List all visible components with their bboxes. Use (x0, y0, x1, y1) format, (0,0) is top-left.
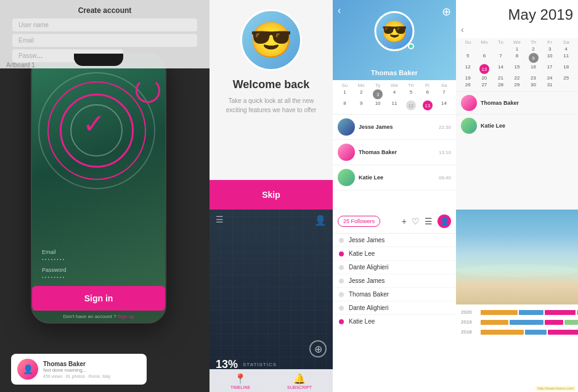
phone-frame: ✓ Email •••••••• Password •••••••• Sign … (31, 52, 166, 324)
map-nav-timeline[interactable]: 📍 TIMELINE (230, 373, 250, 390)
welcome-description: Take a quick look at all the new excitin… (210, 96, 333, 174)
followers-actions: + ♡ ☰ 👤 (402, 214, 451, 228)
followers-list: Jesse James Katie Lee Dante Alighieri Je… (333, 234, 456, 328)
signin-form: Email •••••••• Password •••••••• Sign in… (32, 243, 165, 322)
message-item[interactable]: Katie Lee 06:40 (333, 165, 456, 190)
msg-avatar-jesse (338, 118, 355, 136)
follower-status-dot (339, 238, 344, 243)
follower-status-dot (339, 319, 344, 324)
follower-item[interactable]: Jesse James (333, 234, 456, 247)
msg-profile-name: Thomas Baker (371, 69, 418, 76)
followers-person-button[interactable]: 👤 (438, 214, 451, 228)
calendar-panel: May 2019 ‹ SuMoTuWeThFrSa 1234 567891011… (456, 0, 578, 210)
follower-name: Thomas Baker (349, 291, 389, 298)
msg-name-katie: Katie Lee (359, 174, 435, 181)
profile-card-info: Thomas Baker Not done roaming... 450 vie… (43, 361, 110, 378)
profile-card-name: Thomas Baker (43, 361, 110, 367)
messages-panel: ‹ ⊕ 😎 Thomas Baker SuMoTyWeThFrSa 123456… (333, 0, 456, 210)
chart-row-2020: 2020 (461, 309, 573, 316)
chart-bar (545, 320, 563, 325)
chart-bar (564, 320, 578, 325)
calendar-today[interactable]: 9 (529, 53, 539, 63)
follower-item[interactable]: Dante Alighieri (333, 301, 456, 315)
artboard-label: Artboard 1 (6, 62, 35, 68)
calendar-grid: SuMoTuWeThFrSa 1234 567891011 1213141516… (456, 38, 578, 90)
follower-status-dot (339, 265, 344, 270)
cal-avatar-thomas (461, 95, 477, 111)
welcome-title: Welcome back (233, 78, 310, 91)
calendar-month-title: May 2019 (461, 6, 573, 23)
skip-button[interactable]: Skip (210, 180, 333, 210)
msg-name-thomas: Thomas Baker (359, 149, 435, 155)
cal-avatar-katie (461, 118, 477, 134)
cal-contact-thomas[interactable]: Thomas Baker (456, 92, 578, 115)
follower-item[interactable]: Katie Lee (333, 315, 456, 328)
follower-status-dot (339, 306, 344, 311)
signup-prompt: Don't have an account ? Sign up (32, 311, 165, 322)
follower-name: Dante Alighieri (349, 264, 388, 271)
ca-email-field[interactable]: Email (12, 34, 197, 47)
create-account-title: Create account (12, 6, 197, 15)
calendar-contacts: Thomas Baker Katie Lee (456, 91, 578, 137)
profile-card-status: Not done roaming... (43, 367, 110, 373)
calendar-back-button[interactable]: ‹ (461, 23, 573, 36)
password-field-group: Password •••••••• (42, 267, 155, 280)
map-panel: ☰ 👤 ⊕ 13% STATISTICS 📍 TIMELINE 🔔 SUBSCR… (210, 210, 333, 392)
chart-row-2019: 2019 (461, 319, 573, 325)
signup-link[interactable]: Sign up (118, 314, 134, 319)
follower-item[interactable]: Dante Alighieri (333, 261, 456, 274)
follower-name: Jesse James (349, 237, 385, 243)
msg-back-button[interactable]: ‹ (338, 5, 341, 16)
chart-year-label: 2020 (461, 309, 478, 315)
followers-panel: 25 Followers + ♡ ☰ 👤 Jesse James Katie L… (333, 210, 456, 392)
followers-add-button[interactable]: + (402, 216, 407, 226)
msg-avatar-katie (338, 169, 355, 186)
chart-panel: 2020 2019 2018 (456, 210, 578, 392)
followers-heart-button[interactable]: ♡ (412, 216, 420, 226)
password-value: •••••••• (42, 274, 155, 280)
password-label: Password (42, 267, 155, 273)
msg-calendar-mini: SuMoTyWeThFrSa 1234567 891011121314 (333, 80, 456, 114)
profile-card-stats: 450 views · 81 photos · Rome, Italy (43, 374, 110, 378)
signin-button[interactable]: Sign in (32, 286, 165, 311)
map-nav-subscript[interactable]: 🔔 SUBSCRIPT (287, 373, 312, 390)
message-item[interactable]: Jesse James 22:30 (333, 115, 456, 140)
welcome-panel: 😎 Welcome back Take a quick look at all … (210, 0, 333, 210)
chart-bar (545, 310, 576, 315)
followers-menu-button[interactable]: ☰ (425, 216, 433, 226)
subscript-label: SUBSCRIPT (287, 385, 312, 390)
cal-name-katie: Katie Lee (481, 123, 505, 129)
msg-plus-button[interactable]: ⊕ (442, 5, 451, 18)
followers-header: 25 Followers + ♡ ☰ 👤 (333, 210, 456, 234)
calendar-selected[interactable]: 13 (479, 64, 489, 74)
map-menu-icon[interactable]: ☰ (216, 214, 224, 224)
subscript-icon: 🔔 (293, 373, 306, 385)
ca-username-field[interactable]: User name (12, 18, 197, 31)
chart-bar (510, 320, 543, 325)
follower-item[interactable]: Katie Lee (333, 247, 456, 261)
message-item[interactable]: Thomas Baker 13:10 (333, 140, 456, 165)
follower-name: Katie Lee (349, 250, 375, 257)
msg-online-indicator (408, 43, 414, 49)
chart-bar (519, 310, 543, 315)
cal-contact-katie[interactable]: Katie Lee (456, 115, 578, 137)
profile-card: 👤 Thomas Baker Not done roaming... 450 v… (11, 354, 147, 385)
signin-panel: Create account User name Email Passw… Ar… (0, 0, 210, 392)
followers-badge: 25 Followers (338, 216, 380, 227)
follower-name: Katie Lee (349, 318, 375, 325)
chart-year-label: 2019 (461, 319, 478, 325)
msg-name-jesse: Jesse James (359, 124, 435, 130)
msg-avatar-thomas (338, 144, 355, 161)
email-label: Email (42, 249, 155, 255)
map-person-icon[interactable]: 👤 (314, 214, 327, 226)
chart-bar (548, 330, 578, 335)
follower-status-dot (339, 279, 344, 284)
chart-bar (481, 320, 508, 325)
message-list: Jesse James 22:30 Thomas Baker 13:10 Kat… (333, 114, 456, 190)
checkmark-icon: ✓ (83, 110, 105, 137)
map-add-button[interactable]: ⊕ (309, 340, 327, 357)
follower-item[interactable]: Thomas Baker (333, 288, 456, 301)
follower-status-dot (339, 251, 344, 256)
follower-item[interactable]: Jesse James (333, 274, 456, 288)
beach-image (456, 210, 578, 310)
